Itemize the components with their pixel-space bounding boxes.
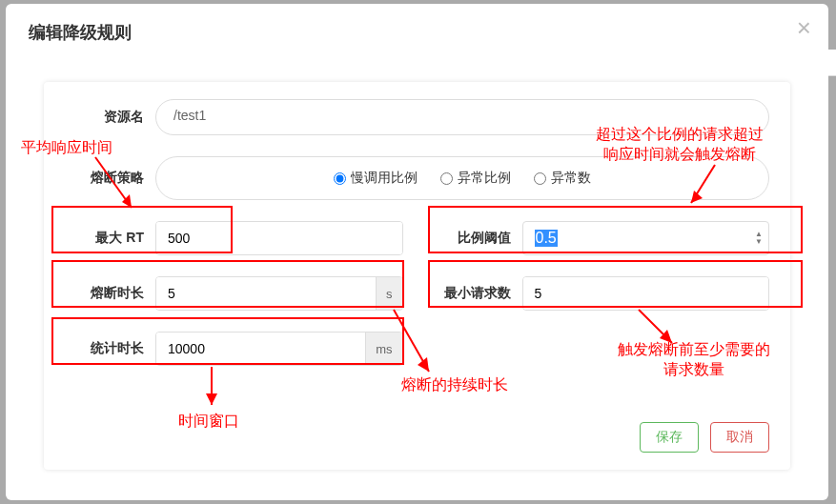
- modal-dialog: × 编辑降级规则 资源名 /test1 熔断策略 慢调用比例 异常比例 异常数 …: [6, 4, 828, 500]
- ratio-cell: 比例阈值 0.5 ▲ ▼: [432, 221, 770, 255]
- strategy-option-count[interactable]: 异常数: [534, 170, 591, 187]
- spinner-down-icon[interactable]: ▼: [755, 238, 763, 246]
- row-rt-ratio: 最大 RT 比例阈值 0.5 ▲ ▼: [65, 221, 769, 255]
- resource-row: 资源名 /test1: [65, 99, 769, 135]
- max-rt-field[interactable]: [156, 222, 402, 254]
- cancel-button[interactable]: 取消: [710, 422, 769, 453]
- break-time-field[interactable]: [156, 277, 376, 310]
- break-time-unit: s: [376, 277, 402, 310]
- close-icon[interactable]: ×: [797, 15, 811, 40]
- resource-label: 资源名: [65, 109, 155, 126]
- min-req-input[interactable]: [522, 276, 770, 311]
- strategy-option-slow[interactable]: 慢调用比例: [334, 170, 418, 187]
- strategy-radio-count[interactable]: [534, 172, 546, 185]
- min-req-field[interactable]: [523, 277, 769, 310]
- strategy-radio-ratio[interactable]: [440, 172, 453, 185]
- min-req-label: 最小请求数: [432, 285, 522, 302]
- max-rt-label: 最大 RT: [65, 230, 155, 247]
- ratio-input[interactable]: 0.5 ▲ ▼: [522, 221, 770, 255]
- ratio-spinner[interactable]: ▲ ▼: [755, 231, 763, 246]
- max-rt-input[interactable]: [155, 221, 403, 255]
- strategy-option-ratio[interactable]: 异常比例: [440, 170, 511, 187]
- modal-title: 编辑降级规则: [29, 21, 805, 44]
- footer-buttons: 保存 取消: [640, 422, 769, 453]
- break-time-label: 熔断时长: [65, 285, 155, 302]
- stat-time-field[interactable]: [156, 333, 365, 365]
- strategy-label: 熔断策略: [65, 170, 155, 187]
- min-req-cell: 最小请求数: [432, 276, 770, 311]
- stat-time-input[interactable]: ms: [155, 332, 403, 366]
- save-button[interactable]: 保存: [640, 422, 699, 453]
- max-rt-cell: 最大 RT: [65, 221, 403, 255]
- resource-input[interactable]: /test1: [155, 99, 769, 135]
- break-time-input[interactable]: s: [155, 276, 403, 311]
- ratio-label: 比例阈值: [432, 230, 522, 247]
- row-break-minreq: 熔断时长 s 最小请求数: [65, 276, 769, 311]
- stat-time-label: 统计时长: [65, 340, 155, 357]
- strategy-row: 熔断策略 慢调用比例 异常比例 异常数: [65, 156, 769, 200]
- stat-time-cell: 统计时长 ms: [65, 332, 403, 366]
- form-panel: 资源名 /test1 熔断策略 慢调用比例 异常比例 异常数 最大 RT 比例阈…: [44, 82, 790, 470]
- strategy-group: 慢调用比例 异常比例 异常数: [155, 156, 769, 200]
- ratio-value-selected: 0.5: [535, 230, 558, 247]
- row-stat: 统计时长 ms: [65, 332, 769, 366]
- stat-time-unit: ms: [365, 333, 401, 365]
- strategy-radio-slow[interactable]: [334, 172, 346, 185]
- break-time-cell: 熔断时长 s: [65, 276, 403, 311]
